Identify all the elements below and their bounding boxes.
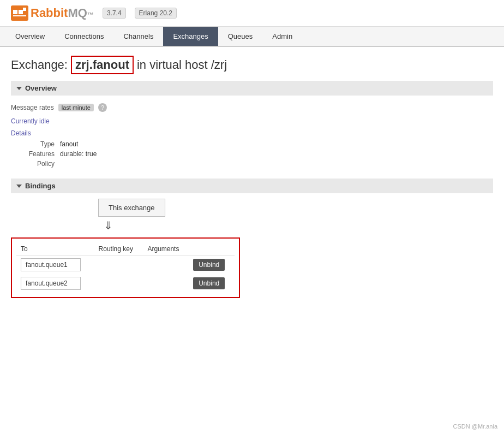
unbind-cell-0: Unbind bbox=[189, 255, 235, 275]
features-val: durable: true bbox=[60, 150, 97, 158]
svg-rect-2 bbox=[19, 10, 23, 14]
routing-key-cell-0 bbox=[94, 255, 143, 275]
bindings-section-header[interactable]: Bindings bbox=[11, 179, 493, 193]
overview-triangle-icon bbox=[16, 87, 22, 90]
details-label: Details bbox=[11, 129, 493, 137]
detail-type-row: Type fanout bbox=[16, 140, 493, 148]
col-header-routing-key: Routing key bbox=[94, 243, 143, 255]
nav-admin[interactable]: Admin bbox=[262, 27, 302, 46]
arguments-cell-1 bbox=[143, 274, 189, 293]
type-val: fanout bbox=[60, 140, 78, 148]
details-table: Type fanout Features durable: true Polic… bbox=[16, 140, 493, 168]
routing-key-cell-1 bbox=[94, 274, 143, 293]
table-row: fanout.queue2 Unbind bbox=[16, 274, 235, 293]
title-prefix: Exchange: bbox=[11, 58, 68, 72]
type-key: Type bbox=[16, 140, 60, 148]
currently-idle: Currently idle bbox=[11, 117, 493, 125]
col-header-action bbox=[189, 243, 235, 255]
exchange-name-highlight: zrj.fanout bbox=[71, 56, 134, 74]
policy-key: Policy bbox=[16, 160, 60, 168]
queue-name-0: fanout.queue1 bbox=[21, 258, 81, 271]
col-header-arguments: Arguments bbox=[143, 243, 189, 255]
message-rates-label: Message rates bbox=[11, 104, 54, 111]
title-suffix: in virtual host /zrj bbox=[137, 58, 227, 72]
detail-features-row: Features durable: true bbox=[16, 150, 493, 158]
arguments-cell-0 bbox=[143, 255, 189, 275]
main-content: Exchange: zrj.fanout in virtual host /zr… bbox=[0, 47, 504, 308]
bindings-table-wrapper: To Routing key Arguments fanout.queue1 U… bbox=[11, 237, 240, 298]
last-minute-badge[interactable]: last minute bbox=[58, 104, 94, 111]
top-bar: RabbitMQ™ 3.7.4 Erlang 20.2 bbox=[0, 0, 504, 27]
overview-section-label: Overview bbox=[25, 84, 57, 92]
nav-queues[interactable]: Queues bbox=[218, 27, 263, 46]
exchange-box-container: This exchange ⇓ bbox=[11, 199, 493, 232]
unbind-cell-1: Unbind bbox=[189, 274, 235, 293]
table-row: fanout.queue1 Unbind bbox=[16, 255, 235, 275]
queue-name-1: fanout.queue2 bbox=[21, 277, 81, 290]
overview-section: Overview Message rates last minute ? Cur… bbox=[11, 81, 493, 168]
logo-rabbit-text: RabbitMQ™ bbox=[31, 6, 94, 20]
bindings-section: Bindings This exchange ⇓ To Routing key … bbox=[11, 179, 493, 300]
unbind-button-1[interactable]: Unbind bbox=[193, 277, 225, 289]
unbind-button-0[interactable]: Unbind bbox=[193, 259, 225, 271]
features-key: Features bbox=[16, 150, 60, 158]
svg-rect-3 bbox=[13, 15, 26, 16]
version-badge: 3.7.4 bbox=[103, 8, 126, 19]
svg-rect-1 bbox=[13, 10, 17, 14]
nav-channels[interactable]: Channels bbox=[113, 27, 163, 46]
logo: RabbitMQ™ bbox=[11, 5, 94, 21]
message-rates-row: Message rates last minute ? bbox=[11, 101, 493, 114]
detail-policy-row: Policy bbox=[16, 160, 493, 168]
erlang-badge: Erlang 20.2 bbox=[135, 8, 177, 19]
bindings-section-label: Bindings bbox=[25, 182, 56, 190]
bindings-table: To Routing key Arguments fanout.queue1 U… bbox=[16, 243, 235, 293]
queue-cell-0: fanout.queue1 bbox=[16, 255, 94, 275]
col-header-to: To bbox=[16, 243, 94, 255]
bindings-triangle-icon bbox=[16, 185, 22, 188]
overview-section-header[interactable]: Overview bbox=[11, 81, 493, 96]
svg-rect-4 bbox=[23, 8, 26, 11]
main-nav: Overview Connections Channels Exchanges … bbox=[0, 27, 504, 47]
queue-cell-1: fanout.queue2 bbox=[16, 274, 94, 293]
this-exchange-box: This exchange bbox=[98, 199, 165, 217]
nav-connections[interactable]: Connections bbox=[55, 27, 113, 46]
page-title: Exchange: zrj.fanout in virtual host /zr… bbox=[11, 56, 493, 74]
nav-overview[interactable]: Overview bbox=[5, 27, 55, 46]
rabbitmq-logo-icon bbox=[11, 5, 28, 21]
nav-exchanges[interactable]: Exchanges bbox=[163, 27, 218, 46]
help-badge[interactable]: ? bbox=[98, 103, 107, 112]
down-arrow-icon: ⇓ bbox=[104, 219, 113, 232]
